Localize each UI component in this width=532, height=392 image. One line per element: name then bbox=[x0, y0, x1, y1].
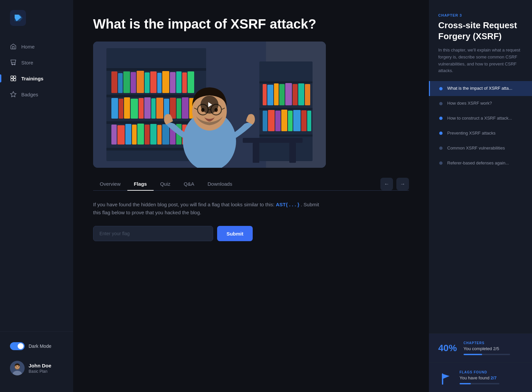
svg-rect-67 bbox=[285, 83, 292, 105]
logo-icon bbox=[10, 10, 26, 26]
logo-area bbox=[0, 10, 73, 39]
tab-overview[interactable]: Overview bbox=[93, 178, 127, 191]
svg-rect-16 bbox=[106, 68, 206, 71]
play-button[interactable] bbox=[200, 96, 218, 114]
home-icon bbox=[10, 43, 17, 50]
svg-rect-64 bbox=[267, 85, 273, 105]
tab-nav: ← → bbox=[380, 178, 409, 190]
svg-rect-49 bbox=[132, 125, 137, 145]
svg-rect-70 bbox=[305, 84, 310, 105]
user-info: John Doe Basic Plan bbox=[29, 363, 51, 374]
page-title: What is the impact of XSRF attack? bbox=[93, 17, 409, 32]
nav-item-store[interactable]: Store bbox=[4, 55, 69, 70]
prev-button[interactable]: ← bbox=[380, 178, 393, 190]
svg-rect-27 bbox=[157, 73, 162, 93]
nav-item-trainings[interactable]: Trainings bbox=[4, 71, 69, 86]
svg-rect-38 bbox=[144, 97, 151, 119]
user-row: John Doe Basic Plan bbox=[7, 357, 66, 379]
svg-rect-17 bbox=[106, 95, 206, 97]
svg-rect-62 bbox=[259, 135, 313, 137]
lesson-item-4[interactable]: Preventing XSRF attacks bbox=[429, 126, 532, 141]
tab-downloads[interactable]: Downloads bbox=[201, 178, 239, 191]
lesson-text-3: How to construct a XSRF attack... bbox=[447, 116, 512, 121]
svg-rect-20 bbox=[111, 71, 117, 93]
svg-rect-5 bbox=[14, 79, 16, 81]
svg-rect-53 bbox=[157, 125, 162, 145]
flags-bar-bg bbox=[460, 383, 499, 384]
flags-text: You have found 2/7 bbox=[460, 375, 499, 380]
sidebar: Home Store Trainings Badges bbox=[0, 0, 73, 392]
lesson-item-2[interactable]: How does XSRF work? bbox=[429, 96, 532, 111]
svg-rect-25 bbox=[145, 72, 150, 93]
chapter-title: Cross-site Request Forgery (XSRF) bbox=[438, 20, 523, 42]
svg-rect-44 bbox=[182, 97, 189, 119]
video-illustration bbox=[93, 42, 326, 168]
flags-card: FLAGS FOUND You have found 2/7 bbox=[429, 362, 532, 392]
svg-rect-21 bbox=[118, 73, 123, 93]
svg-rect-2 bbox=[11, 76, 13, 78]
progress-percentage: 40% bbox=[438, 343, 457, 353]
svg-rect-24 bbox=[137, 71, 144, 93]
flag-input[interactable] bbox=[93, 226, 213, 241]
svg-rect-76 bbox=[293, 110, 301, 131]
next-button[interactable]: → bbox=[396, 178, 409, 190]
trainings-icon bbox=[10, 75, 17, 82]
user-name: John Doe bbox=[29, 363, 51, 368]
svg-rect-31 bbox=[182, 72, 187, 93]
svg-rect-48 bbox=[125, 124, 131, 145]
svg-rect-23 bbox=[131, 72, 136, 93]
lesson-item-5[interactable]: Common XSRF vulnerabilities bbox=[429, 141, 532, 156]
svg-rect-28 bbox=[162, 71, 169, 93]
dark-mode-label: Dark Mode bbox=[29, 343, 51, 349]
svg-rect-79 bbox=[243, 138, 303, 143]
badges-icon bbox=[10, 91, 17, 98]
nav-item-badges[interactable]: Badges bbox=[4, 87, 69, 102]
lesson-list: What is the impact of XSRF atta... How d… bbox=[429, 81, 532, 334]
video-container[interactable] bbox=[93, 42, 326, 168]
svg-rect-54 bbox=[162, 124, 169, 145]
chapter-desc: In this chapter, we'll explain what a re… bbox=[438, 47, 523, 74]
svg-rect-4 bbox=[11, 79, 13, 81]
tab-qa[interactable]: Q&A bbox=[177, 178, 201, 191]
dark-mode-toggle[interactable] bbox=[10, 342, 25, 350]
svg-rect-71 bbox=[263, 111, 267, 131]
svg-rect-65 bbox=[274, 83, 279, 105]
svg-rect-72 bbox=[268, 110, 275, 131]
svg-rect-50 bbox=[137, 124, 144, 145]
flag-input-row: Submit bbox=[93, 226, 253, 241]
progress-card: 40% CHAPTERS You completed 2/5 bbox=[429, 334, 532, 362]
svg-rect-68 bbox=[293, 84, 298, 105]
flags-bar-fill bbox=[460, 383, 471, 384]
sidebar-bottom: Dark Mode J bbox=[0, 331, 73, 382]
svg-point-12 bbox=[18, 366, 19, 367]
lesson-text-1: What is the impact of XSRF atta... bbox=[447, 86, 512, 91]
flag-code: AST{ . . . } bbox=[276, 202, 300, 207]
svg-marker-92 bbox=[208, 102, 212, 107]
chapter-header: CHAPTER 3 Cross-site Request Forgery (XS… bbox=[429, 0, 532, 81]
svg-rect-47 bbox=[117, 125, 125, 145]
svg-rect-52 bbox=[150, 124, 157, 145]
lesson-item-3[interactable]: How to construct a XSRF attack... bbox=[429, 111, 532, 126]
main-content: What is the impact of XSRF attack? bbox=[73, 0, 429, 392]
svg-rect-26 bbox=[150, 71, 157, 93]
svg-rect-37 bbox=[139, 98, 144, 119]
svg-rect-33 bbox=[111, 98, 118, 119]
lesson-item-1[interactable]: What is the impact of XSRF atta... bbox=[429, 81, 532, 96]
flag-icon-wrap bbox=[438, 370, 453, 385]
svg-rect-34 bbox=[119, 99, 123, 119]
flag-description: If you have found the hidden blog post, … bbox=[93, 201, 326, 217]
svg-rect-43 bbox=[177, 98, 181, 119]
lesson-dot-1 bbox=[439, 87, 443, 90]
tabs: Overview Flags Quiz Q&A Downloads ← → bbox=[93, 178, 409, 191]
lesson-text-2: How does XSRF work? bbox=[447, 101, 492, 106]
nav-item-home[interactable]: Home bbox=[4, 39, 69, 54]
tab-flags[interactable]: Flags bbox=[127, 178, 154, 191]
svg-rect-78 bbox=[307, 111, 311, 131]
svg-rect-51 bbox=[145, 125, 150, 145]
nav-label-trainings: Trainings bbox=[21, 76, 44, 81]
flags-label: FLAGS FOUND bbox=[460, 370, 499, 374]
tab-quiz[interactable]: Quiz bbox=[154, 178, 177, 191]
lesson-item-6[interactable]: Referer-based defenses again... bbox=[429, 156, 532, 171]
progress-label: CHAPTERS bbox=[464, 341, 510, 345]
submit-button[interactable]: Submit bbox=[217, 226, 253, 241]
